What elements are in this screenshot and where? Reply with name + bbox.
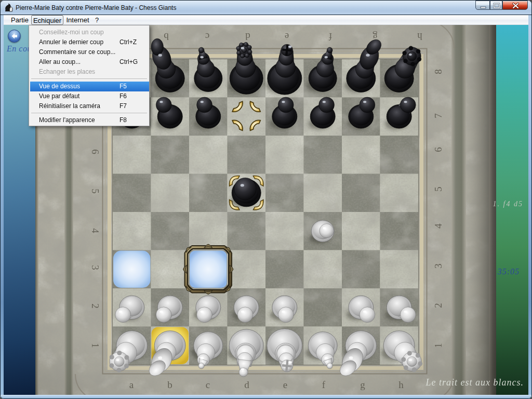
svg-text:e: e (283, 379, 287, 390)
svg-text:8: 8 (433, 69, 444, 74)
svg-text:e: e (285, 31, 289, 42)
svg-text:6: 6 (90, 149, 101, 154)
svg-text:b: b (167, 379, 172, 390)
svg-text:3: 3 (433, 263, 444, 269)
svg-text:3: 3 (90, 265, 101, 270)
svg-text:a: a (129, 379, 134, 390)
svg-text:5: 5 (433, 187, 444, 192)
svg-text:c: c (205, 31, 209, 42)
svg-text:5: 5 (90, 189, 101, 194)
svg-text:f: f (328, 31, 332, 42)
svg-text:2: 2 (433, 303, 444, 308)
svg-text:d: d (244, 379, 249, 390)
svg-text:6: 6 (433, 147, 444, 152)
svg-text:4: 4 (433, 223, 444, 229)
svg-text:1: 1 (90, 343, 101, 348)
svg-text:d: d (245, 31, 250, 42)
svg-text:g: g (360, 379, 365, 390)
svg-text:4: 4 (90, 228, 101, 233)
svg-text:h: h (417, 31, 422, 42)
svg-text:f: f (322, 379, 326, 390)
svg-text:b: b (164, 31, 169, 42)
svg-text:2: 2 (90, 303, 101, 309)
svg-text:7: 7 (433, 113, 444, 118)
svg-text:1: 1 (433, 343, 444, 348)
svg-text:h: h (398, 379, 404, 390)
svg-text:c: c (206, 379, 210, 390)
